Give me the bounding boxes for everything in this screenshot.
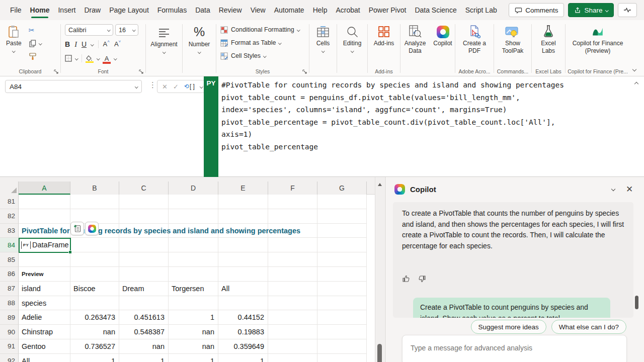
cell-A89[interactable]: Adelie	[19, 310, 70, 325]
cell-F85[interactable]	[268, 252, 317, 267]
cell-C92[interactable]: 1	[119, 354, 169, 362]
font-color-button[interactable]: A	[103, 55, 111, 62]
suggestion-chip[interactable]: What else can I do?	[551, 320, 626, 334]
cell-C86[interactable]	[119, 267, 169, 282]
cell-G92[interactable]	[317, 354, 367, 362]
insert-data-button[interactable]	[70, 222, 84, 235]
menu-tab-power-pivot[interactable]: Power Pivot	[369, 0, 407, 20]
cell-D82[interactable]	[169, 209, 218, 224]
cell-E82[interactable]	[218, 209, 268, 224]
cell-E81[interactable]	[218, 195, 268, 209]
menu-tab-review[interactable]: Review	[219, 0, 242, 20]
cell-C89[interactable]: 0.451613	[119, 310, 169, 325]
collapse-ribbon-chevron-icon[interactable]	[632, 67, 636, 71]
cell-C87[interactable]: Dream	[119, 282, 169, 296]
thumbs-down-button[interactable]	[418, 275, 426, 283]
copilot-button[interactable]: Copilot	[432, 24, 454, 76]
chevron-down-icon[interactable]	[75, 57, 78, 60]
cell-D90[interactable]: nan	[169, 325, 218, 339]
cell-G85[interactable]	[317, 252, 367, 267]
chevron-down-icon[interactable]	[97, 57, 100, 60]
chevron-down-icon[interactable]	[91, 43, 94, 46]
format-as-table-button[interactable]: Format as Table	[220, 37, 309, 48]
cell-F86[interactable]	[268, 267, 317, 282]
menu-tab-automate[interactable]: Automate	[274, 0, 304, 20]
cell-A83[interactable]: PivotTable for counting records by speci…	[19, 224, 70, 238]
cell-B89[interactable]: 0.263473	[70, 310, 119, 325]
column-header-B[interactable]: B	[70, 182, 119, 195]
cell-G82[interactable]	[317, 209, 367, 224]
font-dialog-launcher[interactable]	[139, 69, 143, 74]
thumbs-up-button[interactable]	[402, 275, 411, 283]
cell-A84[interactable]: PYDataFrame	[19, 238, 70, 252]
cell-D84[interactable]	[169, 238, 218, 252]
menu-tab-help[interactable]: Help	[313, 0, 328, 20]
cell-F82[interactable]	[268, 209, 317, 224]
cell-G88[interactable]	[317, 296, 367, 311]
cell-D89[interactable]: 1	[169, 310, 218, 325]
cell-G87[interactable]	[317, 282, 367, 296]
cell-E92[interactable]: 1	[218, 354, 268, 362]
chat-scrollbar-thumb[interactable]	[635, 296, 638, 309]
row-header-82[interactable]: 82	[0, 209, 19, 224]
drag-handle-icon[interactable]: ⋮	[149, 80, 156, 89]
cell-E86[interactable]	[218, 267, 268, 282]
row-header-83[interactable]: 83	[0, 224, 19, 238]
borders-button[interactable]	[65, 55, 72, 62]
menu-tab-file[interactable]: File	[10, 0, 22, 20]
cell-D86[interactable]	[169, 267, 218, 282]
analyze-data-button[interactable]: Analyze Data	[400, 24, 430, 76]
fill-color-button[interactable]	[86, 55, 94, 61]
cell-G81[interactable]	[317, 195, 367, 209]
cell-styles-button[interactable]: Cell Styles	[220, 50, 309, 61]
column-header-A[interactable]: A	[19, 182, 70, 195]
chevron-down-icon[interactable]	[200, 85, 203, 88]
cancel-icon[interactable]: ✕	[162, 83, 168, 90]
cell-F88[interactable]	[268, 296, 317, 311]
cell-D87[interactable]: Torgersen	[169, 282, 218, 296]
scrollbar-thumb[interactable]	[377, 344, 382, 362]
clipboard-dialog-launcher[interactable]	[54, 69, 58, 74]
column-header-G[interactable]: G	[317, 182, 367, 195]
cell-F87[interactable]	[268, 282, 317, 296]
select-all-corner[interactable]	[0, 182, 19, 195]
row-header-92[interactable]: 92	[0, 354, 19, 362]
row-header-87[interactable]: 87	[0, 282, 19, 296]
cell-G90[interactable]	[317, 325, 367, 339]
cell-G86[interactable]	[317, 267, 367, 282]
cell-E87[interactable]: All	[218, 282, 268, 296]
cell-E85[interactable]	[218, 252, 268, 267]
row-header-88[interactable]: 88	[0, 296, 19, 311]
menu-tab-acrobat[interactable]: Acrobat	[336, 0, 360, 20]
editing-button[interactable]: Editing	[337, 24, 367, 53]
cell-E89[interactable]: 0.44152	[218, 310, 268, 325]
cells-button[interactable]: Cells	[309, 24, 337, 53]
cell-E91[interactable]: 0.359649	[218, 339, 268, 354]
underline-button[interactable]: U	[82, 40, 87, 48]
menu-tab-view[interactable]: View	[251, 0, 266, 20]
cell-G84[interactable]	[317, 238, 367, 252]
menu-tab-page-layout[interactable]: Page Layout	[109, 0, 149, 20]
menu-tab-data-science[interactable]: Data Science	[415, 0, 456, 20]
cell-B84[interactable]	[70, 238, 119, 252]
cell-E84[interactable]	[218, 238, 268, 252]
menu-tab-data[interactable]: Data	[195, 0, 210, 20]
cell-E90[interactable]: 0.19883	[218, 325, 268, 339]
row-header-85[interactable]: 85	[0, 252, 19, 267]
copy-button[interactable]	[29, 38, 42, 48]
cell-F89[interactable]	[268, 310, 317, 325]
cell-F84[interactable]	[268, 238, 317, 252]
cell-B88[interactable]	[70, 296, 119, 311]
show-toolpak-button[interactable]: Show ToolPak	[494, 24, 531, 56]
row-header-90[interactable]: 90	[0, 325, 19, 339]
share-button[interactable]: Share	[568, 3, 614, 17]
cell-C84[interactable]	[119, 238, 169, 252]
cell-D81[interactable]	[169, 195, 218, 209]
activity-button[interactable]	[618, 3, 637, 17]
cell-B86[interactable]	[70, 267, 119, 282]
cut-button[interactable]: ✂	[29, 25, 42, 35]
grid-vertical-scrollbar[interactable]	[375, 177, 384, 362]
shrink-font-button[interactable]: A˅	[114, 40, 121, 48]
comments-button[interactable]: Comments	[509, 3, 564, 17]
cell-F81[interactable]	[268, 195, 317, 209]
